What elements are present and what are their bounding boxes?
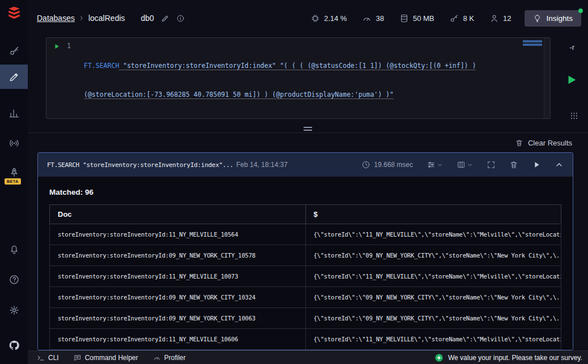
profiler-button[interactable]: Profiler: [153, 354, 186, 362]
query-editor[interactable]: 1 FT.SEARCH "storeInventory:storeInvento…: [46, 37, 551, 119]
sidebar-item-github[interactable]: [0, 340, 28, 351]
play-icon: [53, 43, 60, 50]
resize-grid-handle[interactable]: [570, 112, 578, 120]
panel-splitter[interactable]: [28, 125, 588, 132]
github-icon: [8, 340, 20, 351]
metric-clients-value: 12: [503, 14, 511, 23]
sidebar-item-pubsub[interactable]: [0, 138, 28, 149]
sidebar: BETA: [0, 0, 28, 364]
broadcast-icon: [8, 138, 20, 149]
result-actions: 19.668 msec: [361, 160, 564, 169]
chat-icon: [74, 354, 82, 362]
drag-dots-icon: [570, 112, 578, 120]
edit-db-alias-button[interactable]: [161, 14, 169, 23]
query-code[interactable]: FT.SEARCH "storeInventory:storeInventory…: [84, 42, 540, 119]
pencil-icon: [161, 14, 169, 23]
breadcrumb-link-databases[interactable]: Databases: [37, 14, 75, 23]
raw-mode-label: -r: [569, 43, 574, 52]
clear-results-button[interactable]: Clear Results: [515, 139, 572, 147]
insights-button[interactable]: Insights: [525, 10, 581, 27]
terminal-icon: [37, 354, 45, 362]
bell-icon: [8, 243, 20, 255]
doc-cell: storeInventory:storeInventoryId:09_NY_NE…: [50, 308, 306, 329]
metric-commands-value: 38: [376, 14, 384, 23]
value-cell: {\"storeId\":\"11_NY_MELVILLE\",\"storeN…: [305, 266, 561, 287]
app-root: BETA Databases: [0, 0, 588, 364]
doc-cell: storeInventory:storeInventoryId:09_NY_NE…: [50, 245, 306, 266]
editor-minimap[interactable]: [523, 40, 542, 47]
value-cell: {\"storeId\":\"09_NY_NEW_YORK_CITY\",\"s…: [305, 308, 561, 329]
result-duration-value: 19.668 msec: [374, 161, 413, 169]
sidebar-item-workbench[interactable]: [0, 65, 28, 89]
column-header-value: $: [305, 205, 561, 224]
value-cell: {\"storeId\":\"11_NY_MELVILLE\",\"storeN…: [305, 329, 561, 350]
splitter-handle-icon: [304, 127, 312, 131]
value-cell: {\"storeId\":\"11_NY_MELVILLE\",\"storeN…: [305, 224, 561, 245]
sidebar-item-browser[interactable]: [0, 45, 28, 57]
sidebar-item-triggers-functions[interactable]: [0, 167, 28, 178]
query-line-1: FT.SEARCH "storeInventory:storeInventory…: [84, 61, 540, 71]
query-keyword: FT.SEARCH: [84, 62, 119, 70]
play-icon: [532, 160, 541, 169]
sidebar-item-help[interactable]: [0, 274, 28, 285]
bottom-bar: CLI Command Helper Profiler We value: [28, 350, 588, 364]
profiler-dropdown[interactable]: [427, 160, 443, 169]
rocket-icon: [8, 167, 20, 178]
table-row[interactable]: storeInventory:storeInventoryId:09_NY_NE…: [50, 287, 561, 308]
result-card-header[interactable]: FT.SEARCH "storeInventory:storeInventory…: [38, 153, 573, 177]
value-cell: {\"storeId\":\"09_NY_NEW_YORK_CITY\",\"s…: [305, 245, 561, 266]
sidebar-item-analytics[interactable]: [0, 108, 28, 119]
sidebar-item-settings[interactable]: [0, 305, 28, 316]
db-info-button[interactable]: [176, 14, 185, 23]
editor-scrollbar[interactable]: [544, 38, 550, 118]
gauge-icon: [153, 354, 161, 362]
breadcrumb-current-db: localRedis: [88, 14, 125, 23]
table-row[interactable]: storeInventory:storeInventoryId:11_NY_ME…: [50, 329, 561, 350]
fullscreen-button[interactable]: [487, 160, 496, 169]
line-number: 1: [67, 42, 71, 50]
table-row[interactable]: storeInventory:storeInventoryId:11_NY_ME…: [50, 266, 561, 287]
notification-dot: [578, 8, 583, 13]
cli-label: CLI: [48, 354, 59, 362]
results-toolbar: Clear Results: [28, 133, 588, 152]
insights-label: Insights: [546, 14, 573, 23]
doc-cell: storeInventory:storeInventoryId:11_NY_ME…: [50, 266, 306, 287]
table-row[interactable]: storeInventory:storeInventoryId:11_NY_ME…: [50, 224, 561, 245]
collapse-result-button[interactable]: [555, 160, 564, 169]
result-timestamp: Feb 14, 18:14:37: [236, 161, 288, 169]
table-row[interactable]: storeInventory:storeInventoryId:09_NY_NE…: [50, 308, 561, 329]
key-icon: [8, 45, 20, 57]
sidebar-item-notifications[interactable]: [0, 243, 28, 255]
doc-cell: storeInventory:storeInventoryId:11_NY_ME…: [50, 329, 306, 350]
main-column: Databases localRedis db0: [28, 0, 588, 364]
rerun-query-button[interactable]: [532, 160, 541, 169]
view-columns-dropdown[interactable]: [457, 160, 473, 169]
matched-count: Matched: 96: [49, 188, 561, 196]
db-metrics: 2.14 % 38 50 MB: [310, 14, 512, 23]
run-line-indicator[interactable]: [53, 43, 60, 50]
command-helper-button[interactable]: Command Helper: [74, 354, 138, 362]
play-icon: [565, 74, 578, 86]
survey-label: We value your input. Please take our sur…: [448, 354, 582, 362]
table-row[interactable]: storeInventory:storeInventoryId:09_NY_NE…: [50, 245, 561, 266]
results-panel: Clear Results FT.SEARCH "storeInventory:…: [28, 132, 588, 350]
survey-link[interactable]: We value your input. Please take our sur…: [434, 353, 582, 362]
result-duration: 19.668 msec: [361, 160, 413, 169]
profiler-label: Profiler: [164, 354, 186, 362]
gear-icon: [8, 305, 20, 316]
delete-result-button[interactable]: [509, 160, 518, 169]
cli-button[interactable]: CLI: [37, 354, 59, 362]
metric-memory: 50 MB: [399, 14, 434, 23]
run-query-button[interactable]: [565, 74, 578, 86]
doc-cell: storeInventory:storeInventoryId:11_NY_ME…: [50, 224, 306, 245]
survey-icon: [434, 353, 444, 362]
top-bar: Databases localRedis db0: [28, 0, 588, 36]
metric-keys-value: 8 K: [463, 14, 474, 23]
value-cell: {\"storeId\":\"09_NY_NEW_YORK_CITY\",\"s…: [305, 287, 561, 308]
query-line-2: (@storeLocation:[-73.968285 40.785091 50…: [84, 90, 540, 100]
breadcrumb: Databases localRedis: [37, 14, 125, 23]
metric-cpu-value: 2.14 %: [324, 14, 347, 23]
pencil-icon: [8, 71, 20, 83]
help-icon: [8, 274, 20, 285]
command-helper-label: Command Helper: [85, 354, 138, 362]
